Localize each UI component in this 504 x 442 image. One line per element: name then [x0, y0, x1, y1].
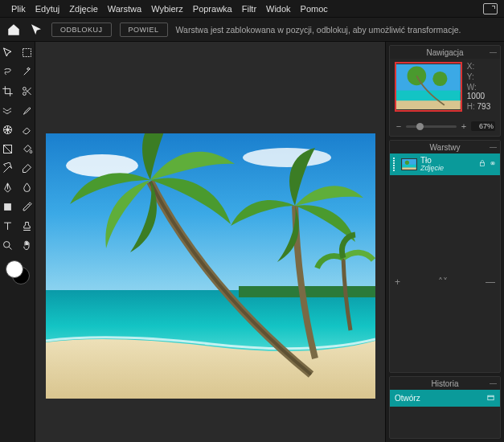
layer-thumbnail [401, 158, 417, 170]
menu-item[interactable]: Filtr [237, 4, 261, 14]
liquify-tool-icon[interactable] [1, 103, 15, 117]
add-layer-icon[interactable]: + [395, 276, 400, 288]
navigator-title: Nawigacja [426, 48, 463, 57]
nav-w-value: 1000 [467, 92, 485, 100]
eyedropper-tool-icon[interactable] [20, 199, 35, 214]
svg-point-23 [492, 163, 493, 164]
collapse-icon[interactable]: — [490, 48, 497, 56]
svg-rect-0 [23, 48, 31, 56]
lock-icon[interactable] [478, 159, 486, 169]
svg-rect-11 [239, 286, 375, 297]
svg-point-2 [23, 92, 27, 95]
zoom-slider[interactable] [406, 125, 457, 128]
collapse-icon[interactable]: — [490, 379, 497, 387]
info-text: Warstwa jest zablokowana w pozycji, odbl… [176, 25, 461, 35]
menu-item[interactable]: Widok [261, 4, 296, 14]
grip-icon[interactable] [393, 158, 398, 171]
svg-point-1 [23, 87, 27, 90]
svg-rect-17 [402, 159, 416, 165]
right-panels: Nawigacja — X: Y: W: 1 [385, 42, 504, 442]
stamp-tool-icon[interactable] [20, 219, 35, 233]
collapse-icon[interactable]: — [490, 143, 497, 151]
move-tool-icon[interactable] [1, 45, 15, 59]
wand-tool-icon[interactable] [20, 64, 35, 79]
svg-rect-24 [488, 395, 494, 400]
toolbox [0, 42, 35, 442]
menu-item[interactable]: Plik [6, 4, 31, 14]
nav-h-label: H: [467, 102, 475, 111]
nav-x-label: X: [467, 62, 474, 71]
crop-tool-icon[interactable] [1, 84, 15, 98]
clone-tool-icon[interactable] [1, 161, 15, 175]
layers-title: Warstwy [430, 143, 461, 152]
delete-layer-icon[interactable]: — [486, 276, 495, 288]
svg-point-16 [432, 72, 447, 86]
navigator-panel: Nawigacja — X: Y: W: 1 [389, 45, 501, 137]
nav-h-value: 793 [477, 102, 491, 111]
history-panel: Historia — Otwórz [389, 376, 501, 439]
menu-item[interactable]: Poprawka [188, 4, 237, 14]
marquee-tool-icon[interactable] [20, 45, 35, 59]
hand-tool-icon[interactable] [20, 238, 35, 252]
menubar: Plik Edytuj Zdjęcie Warstwa Wybierz Popr… [0, 0, 504, 18]
eraser-tool-icon[interactable] [20, 122, 35, 137]
menu-item[interactable]: Wybierz [146, 4, 188, 14]
pen-tool-icon[interactable] [1, 180, 15, 194]
nav-y-label: Y: [467, 72, 474, 81]
canvas-area[interactable] [35, 42, 385, 442]
nav-w-label: W: [467, 83, 477, 92]
layers-panel: Warstwy — Tło Zdjęcie [389, 140, 501, 373]
canvas-image [46, 133, 375, 399]
svg-point-6 [4, 241, 10, 248]
svg-rect-14 [396, 100, 461, 109]
open-file-icon [486, 393, 495, 403]
history-label: Otwórz [395, 394, 420, 403]
optionsbar: ODBLOKUJ POWIEL Warstwa jest zablokowana… [0, 18, 504, 42]
sharpen-tool-icon[interactable] [1, 122, 15, 137]
zoom-tool-icon[interactable] [1, 238, 15, 252]
fullscreen-icon[interactable] [483, 3, 498, 14]
layer-row[interactable]: Tło Zdjęcie [390, 153, 500, 175]
history-row[interactable]: Otwórz [390, 390, 500, 407]
layer-type: Zdjęcie [420, 165, 475, 173]
zoom-value[interactable]: 67% [471, 121, 495, 131]
unlock-button[interactable]: ODBLOKUJ [51, 23, 112, 37]
gradient-tool-icon[interactable] [1, 141, 15, 156]
fill-tool-icon[interactable] [20, 141, 35, 156]
lasso-tool-icon[interactable] [1, 64, 15, 79]
foreground-color-icon[interactable] [6, 260, 23, 278]
svg-point-9 [243, 148, 331, 167]
menu-item[interactable]: Zdjęcie [64, 4, 102, 14]
duplicate-button[interactable]: POWIEL [120, 23, 168, 37]
svg-rect-5 [4, 203, 11, 211]
dodge-tool-icon[interactable] [20, 161, 35, 175]
brush-tool-icon[interactable] [20, 103, 35, 117]
zoom-in-icon[interactable]: + [460, 122, 468, 130]
home-icon[interactable] [6, 23, 21, 37]
zoom-out-icon[interactable]: − [395, 122, 403, 130]
menu-item[interactable]: Pomoc [296, 4, 333, 14]
scissors-tool-icon[interactable] [20, 84, 35, 98]
blur-tool-icon[interactable] [20, 180, 35, 194]
text-tool-icon[interactable] [1, 219, 15, 233]
history-title: Historia [432, 379, 459, 388]
shape-tool-icon[interactable] [1, 199, 15, 214]
svg-rect-19 [402, 167, 416, 170]
visibility-icon[interactable] [489, 159, 497, 169]
color-swatch[interactable] [6, 260, 30, 284]
menu-item[interactable]: Warstwa [103, 4, 146, 14]
cursor-icon[interactable] [29, 23, 43, 37]
svg-point-8 [66, 154, 138, 177]
svg-rect-21 [481, 163, 485, 166]
menu-item[interactable]: Edytuj [31, 4, 65, 14]
svg-point-20 [405, 161, 409, 165]
navigator-thumbnail[interactable] [395, 62, 462, 112]
svg-rect-18 [402, 165, 416, 167]
svg-rect-12 [396, 64, 461, 92]
